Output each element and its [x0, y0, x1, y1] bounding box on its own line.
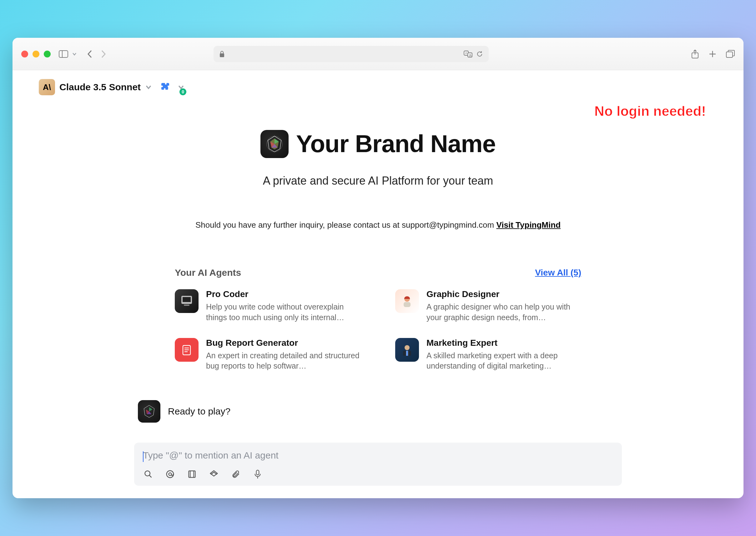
window-controls	[21, 50, 51, 57]
svg-rect-40	[256, 470, 259, 475]
sidebar-controls	[58, 49, 77, 59]
plugin-count-badge: 0	[179, 88, 186, 95]
svg-point-35	[145, 471, 150, 476]
puzzle-icon	[158, 81, 171, 93]
safari-window: Aあ A\ Claude 3.5 Sonnet	[13, 38, 743, 498]
model-name: Claude 3.5 Sonnet	[59, 82, 141, 92]
agent-desc: An expert in creating detailed and struc…	[206, 351, 361, 372]
agent-name: Pro Coder	[206, 289, 361, 299]
back-button[interactable]	[85, 49, 95, 59]
tag-icon[interactable]	[208, 469, 219, 480]
agent-name: Marketing Expert	[426, 338, 581, 348]
microphone-icon[interactable]	[252, 469, 263, 480]
browser-right-controls	[691, 50, 735, 59]
visit-link[interactable]: Visit TypingMind	[496, 220, 560, 230]
page-subtitle: A private and secure AI Platform for you…	[39, 174, 717, 187]
nav-controls	[85, 49, 109, 59]
agents-heading: Your AI Agents	[175, 267, 241, 278]
svg-point-27	[405, 345, 410, 350]
address-bar[interactable]: Aあ	[214, 46, 489, 62]
agent-icon	[175, 289, 198, 313]
overlay-annotation: No login needed!	[594, 103, 706, 119]
agent-desc: Help you write code without overexplain …	[206, 302, 361, 323]
view-all-link[interactable]: View All (5)	[535, 268, 581, 278]
prompt-library-icon[interactable]	[187, 469, 197, 480]
svg-line-36	[149, 475, 152, 478]
agent-bug-report[interactable]: Bug Report Generator An expert in creati…	[175, 338, 361, 372]
svg-point-38	[169, 473, 172, 476]
fullscreen-window-button[interactable]	[44, 50, 51, 57]
mention-icon[interactable]	[165, 469, 175, 480]
chevron-down-icon[interactable]	[72, 51, 77, 56]
agent-name: Bug Report Generator	[206, 338, 361, 348]
attachment-icon[interactable]	[231, 469, 241, 480]
svg-rect-30	[407, 351, 408, 356]
brand-icon	[138, 400, 161, 422]
reload-icon[interactable]	[476, 50, 483, 57]
agent-desc: A skilled marketing expert with a deep u…	[426, 351, 581, 372]
tabs-overview-icon[interactable]	[726, 50, 735, 58]
sidebar-toggle-icon[interactable]	[58, 49, 69, 59]
translate-icon[interactable]: Aあ	[464, 50, 472, 57]
svg-marker-32	[149, 407, 153, 412]
system-prompt-text: Ready to play?	[168, 406, 231, 417]
text-cursor	[143, 452, 144, 462]
minimize-window-button[interactable]	[32, 50, 39, 57]
contact-line: Should you have any further inquiry, ple…	[39, 220, 717, 230]
search-icon[interactable]	[143, 469, 154, 480]
agent-graphic-designer[interactable]: Graphic Designer A graphic designer who …	[395, 289, 581, 323]
plugins-selector[interactable]: 0	[158, 81, 185, 93]
svg-rect-11	[726, 52, 733, 57]
contact-text: Should you have any further inquiry, ple…	[196, 220, 496, 230]
svg-rect-0	[59, 50, 68, 57]
svg-rect-22	[404, 302, 411, 307]
svg-rect-2	[220, 53, 224, 57]
agent-icon	[175, 338, 198, 362]
lock-icon	[219, 50, 225, 57]
svg-text:A: A	[465, 51, 467, 55]
agent-icon	[395, 338, 419, 362]
hero-section: Your Brand Name A private and secure AI …	[39, 130, 717, 230]
agent-pro-coder[interactable]: Pro Coder Help you write code without ov…	[175, 289, 361, 323]
agents-section: Your AI Agents View All (5) Pro Coder He…	[175, 267, 581, 371]
agent-marketing-expert[interactable]: Marketing Expert A skilled marketing exp…	[395, 338, 581, 372]
message-composer	[134, 443, 622, 486]
brand-icon	[261, 130, 289, 158]
svg-rect-39	[189, 471, 196, 478]
agent-name: Graphic Designer	[426, 289, 581, 299]
chevron-down-icon	[145, 84, 152, 90]
forward-button[interactable]	[98, 49, 109, 59]
model-selector[interactable]: A\ Claude 3.5 Sonnet	[39, 79, 152, 95]
agent-icon	[395, 289, 419, 313]
svg-rect-19	[183, 297, 191, 302]
page-content: A\ Claude 3.5 Sonnet 0 No login needed!	[13, 70, 743, 498]
model-row: A\ Claude 3.5 Sonnet 0	[39, 79, 717, 95]
browser-toolbar: Aあ	[13, 38, 743, 70]
close-window-button[interactable]	[21, 50, 28, 57]
anthropic-logo-icon: A\	[39, 79, 55, 95]
svg-rect-20	[184, 305, 190, 306]
page-title: Your Brand Name	[296, 130, 495, 158]
svg-point-37	[167, 471, 174, 478]
system-message-row: Ready to play?	[134, 400, 622, 422]
new-tab-icon[interactable]	[708, 50, 717, 58]
agent-desc: A graphic designer who can help you with…	[426, 302, 581, 323]
share-icon[interactable]	[691, 50, 699, 59]
svg-text:あ: あ	[469, 54, 472, 57]
message-input[interactable]	[143, 450, 613, 461]
composer-toolbar	[143, 469, 613, 480]
